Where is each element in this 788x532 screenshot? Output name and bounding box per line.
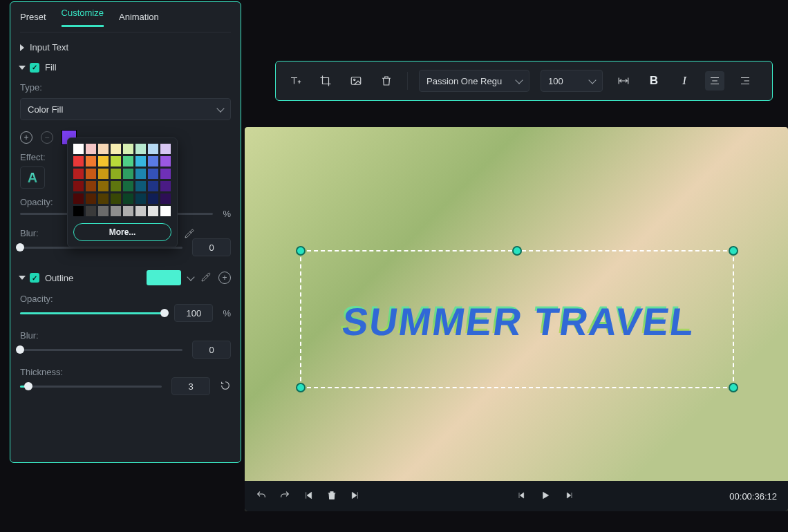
- color-swatch[interactable]: [73, 206, 84, 216]
- eyedropper-icon[interactable]: [184, 228, 195, 241]
- color-swatch[interactable]: [148, 206, 158, 216]
- color-swatch[interactable]: [86, 144, 96, 154]
- align-right-icon[interactable]: [735, 71, 755, 91]
- color-swatch[interactable]: [98, 156, 109, 167]
- tab-animation[interactable]: Animation: [119, 12, 159, 22]
- color-swatch[interactable]: [111, 144, 121, 154]
- color-swatch[interactable]: [148, 144, 158, 154]
- color-swatch[interactable]: [111, 169, 121, 179]
- color-swatch[interactable]: [86, 169, 96, 179]
- color-swatch[interactable]: [160, 144, 171, 154]
- resize-handle[interactable]: [729, 383, 738, 392]
- resize-handle[interactable]: [296, 383, 306, 392]
- color-swatch[interactable]: [73, 193, 84, 204]
- color-swatch[interactable]: [86, 181, 96, 191]
- color-swatch[interactable]: [160, 193, 171, 204]
- spacing-icon[interactable]: [614, 71, 633, 91]
- redo-icon[interactable]: [279, 490, 290, 503]
- step-forward-icon[interactable]: [563, 490, 574, 503]
- color-swatch[interactable]: [123, 193, 133, 204]
- italic-button[interactable]: I: [675, 71, 694, 91]
- outline-blur-slider[interactable]: [20, 343, 182, 356]
- color-swatch[interactable]: [160, 206, 171, 216]
- next-marker-icon[interactable]: [350, 490, 361, 503]
- color-swatch[interactable]: [111, 181, 121, 191]
- color-swatch[interactable]: [148, 193, 158, 204]
- color-swatch[interactable]: [98, 181, 109, 191]
- color-swatch[interactable]: [111, 193, 121, 204]
- color-swatch[interactable]: [73, 156, 84, 167]
- outline-opacity-slider[interactable]: [20, 307, 165, 319]
- align-center-icon[interactable]: [705, 71, 724, 91]
- outline-opacity-value[interactable]: 100: [174, 304, 213, 322]
- chevron-down-icon[interactable]: [187, 273, 194, 281]
- color-swatch[interactable]: [160, 169, 171, 179]
- fill-type-select[interactable]: Color Fill: [20, 98, 231, 120]
- color-swatch[interactable]: [135, 206, 146, 216]
- trash-icon[interactable]: [326, 490, 337, 503]
- color-swatch[interactable]: [86, 156, 96, 167]
- color-swatch[interactable]: [135, 181, 146, 191]
- color-swatch[interactable]: [98, 144, 109, 154]
- outline-thickness-slider[interactable]: [20, 380, 162, 392]
- resize-handle[interactable]: [512, 246, 522, 256]
- color-swatch[interactable]: [160, 156, 171, 167]
- add-text-icon[interactable]: [285, 71, 305, 91]
- color-swatch[interactable]: [111, 206, 121, 216]
- color-swatch[interactable]: [123, 181, 133, 191]
- color-swatch[interactable]: [135, 193, 146, 204]
- color-swatch[interactable]: [73, 144, 84, 154]
- eyedropper-icon[interactable]: [200, 272, 212, 285]
- effect-preview[interactable]: A: [20, 167, 45, 189]
- input-text-section[interactable]: Input Text: [20, 42, 231, 53]
- tab-customize[interactable]: Customize: [62, 8, 104, 27]
- color-swatch[interactable]: [123, 144, 133, 154]
- image-icon[interactable]: [346, 71, 366, 91]
- preview-canvas[interactable]: SUMMER TRAVEL 00:00:36:12: [245, 127, 788, 511]
- color-swatch[interactable]: [148, 181, 158, 191]
- color-swatch[interactable]: [123, 156, 133, 167]
- color-swatch[interactable]: [111, 156, 121, 167]
- color-swatch[interactable]: [123, 169, 133, 179]
- bold-button[interactable]: B: [644, 71, 664, 91]
- color-swatch[interactable]: [135, 144, 146, 154]
- step-back-icon[interactable]: [516, 490, 527, 503]
- outline-color-chip[interactable]: [147, 270, 181, 285]
- trash-icon[interactable]: [377, 71, 396, 91]
- text-selection-box[interactable]: SUMMER TRAVEL: [300, 250, 734, 388]
- crop-icon[interactable]: [316, 71, 335, 91]
- color-swatch[interactable]: [123, 206, 133, 216]
- color-swatch[interactable]: [148, 156, 158, 167]
- color-swatch[interactable]: [73, 181, 84, 191]
- tab-preset[interactable]: Preset: [20, 12, 46, 22]
- fill-header[interactable]: ✓ Fill: [20, 62, 231, 73]
- color-swatch[interactable]: [160, 181, 171, 191]
- color-swatch[interactable]: [148, 169, 158, 179]
- remove-color-button[interactable]: −: [41, 131, 53, 144]
- canvas-text[interactable]: SUMMER TRAVEL: [337, 297, 696, 342]
- more-colors-button[interactable]: More...: [73, 223, 171, 241]
- outline-blur-value[interactable]: 0: [192, 341, 231, 359]
- color-swatch[interactable]: [98, 169, 109, 179]
- fill-checkbox[interactable]: ✓: [30, 63, 39, 73]
- color-swatch[interactable]: [135, 156, 146, 167]
- undo-icon[interactable]: [256, 490, 267, 503]
- color-swatch[interactable]: [135, 169, 146, 179]
- color-swatch[interactable]: [73, 169, 84, 179]
- resize-handle[interactable]: [729, 246, 738, 256]
- color-swatch[interactable]: [98, 206, 109, 216]
- color-swatch[interactable]: [98, 193, 109, 204]
- prev-marker-icon[interactable]: [303, 490, 314, 503]
- outline-checkbox[interactable]: ✓: [30, 273, 39, 283]
- outline-thickness-value[interactable]: 3: [171, 377, 210, 395]
- color-swatch[interactable]: [86, 206, 96, 216]
- resize-handle[interactable]: [296, 246, 306, 256]
- font-select[interactable]: Passion One Regu: [419, 70, 529, 92]
- reset-icon[interactable]: [220, 380, 231, 393]
- blur-value[interactable]: 0: [192, 238, 231, 256]
- add-color-button[interactable]: +: [20, 131, 32, 144]
- color-swatch[interactable]: [86, 193, 96, 204]
- font-size-select[interactable]: 100: [541, 70, 603, 92]
- play-icon[interactable]: [540, 490, 551, 503]
- add-outline-button[interactable]: +: [218, 272, 231, 284]
